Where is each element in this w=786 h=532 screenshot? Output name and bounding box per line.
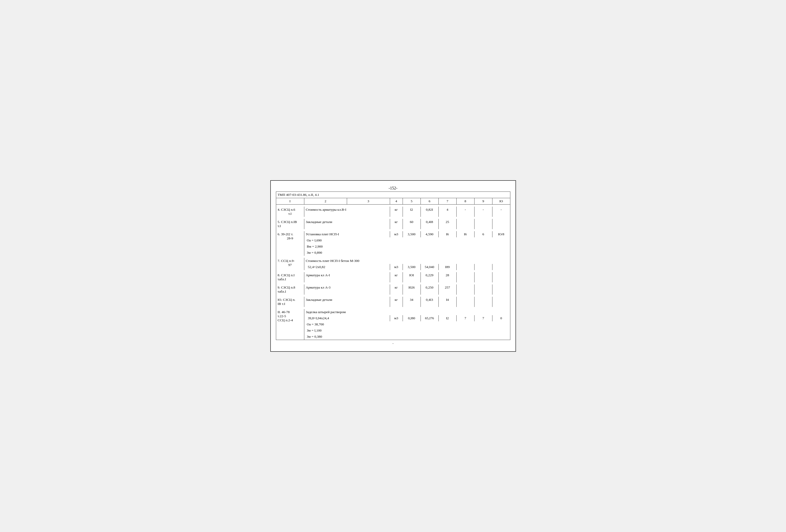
row9-col7: 257 bbox=[438, 284, 456, 295]
row5-col6: 0,4I8 bbox=[420, 219, 438, 229]
row8-col7: 28 bbox=[438, 272, 456, 282]
header-ref-text: ТМП 407-03-431.86, о.II, 4.1 bbox=[278, 193, 319, 196]
main-table: ТМП 407-03-431.86, о.II, 4.1 I 2 3 4 5 6… bbox=[276, 191, 510, 340]
row7-ref-line1: 7. ССЦ п.9- bbox=[278, 259, 302, 263]
row10-col8 bbox=[456, 297, 474, 307]
row4-ref-line1: 4. СЗСЦ п.6 bbox=[278, 208, 302, 212]
row4-col10: - bbox=[492, 207, 510, 217]
row8-ref-line1: 8. СЗСЦ п.I bbox=[278, 273, 302, 277]
row7-col9 bbox=[474, 264, 492, 270]
row10-col10 bbox=[492, 297, 510, 307]
row4-desc-text: Стоимость арматуры кл.В-I bbox=[306, 208, 347, 211]
row11-col9: 7 bbox=[474, 315, 492, 321]
row10-ref-line1: IO. СЗСЦ п. bbox=[278, 298, 302, 302]
row5-col10 bbox=[492, 219, 510, 229]
header-ref: ТМП 407-03-431.86, о.II, 4.1 bbox=[276, 192, 510, 198]
row8-col9 bbox=[474, 272, 492, 282]
row6-desc-text: Установка плит НСП-I bbox=[306, 232, 339, 236]
row5-ref-line2: т.I bbox=[278, 224, 302, 228]
row7-col10 bbox=[492, 264, 510, 270]
row7-col8 bbox=[456, 264, 474, 270]
row4-unit: кг bbox=[390, 207, 402, 217]
table-row: 4. СЗСЦ п.6 т.I Стоимость арматуры кл.В-… bbox=[276, 207, 510, 217]
row4-col6: 0,82I bbox=[420, 207, 438, 217]
col-header-9: 9 bbox=[474, 198, 492, 205]
page-container: -152- ТМП 407-03-431.86, о.II, 4.1 I 2 3… bbox=[270, 180, 516, 352]
row10-ref: IO. СЗСЦ п. IВ т.I bbox=[276, 297, 304, 307]
row11-sub3: Зм = 0,380 bbox=[304, 333, 510, 340]
row10-col9 bbox=[474, 297, 492, 307]
row11-ref-line3: ССЦ п.2-4 bbox=[278, 318, 302, 322]
col-header-3: 3 bbox=[347, 198, 390, 205]
page-dot: · bbox=[276, 342, 510, 346]
row9-col9 bbox=[474, 284, 492, 295]
row11-ref-line2: т.22-5 bbox=[278, 314, 302, 318]
row10-ref-line2: IВ т.I bbox=[278, 302, 302, 306]
row4-col7: 4 bbox=[438, 207, 456, 217]
row6-col10: IO/8 bbox=[492, 231, 510, 237]
row4-col9: - bbox=[474, 207, 492, 217]
table-row: 8. СЗСЦ п.I табл.I Арматура кл А-I кг IO… bbox=[276, 272, 510, 282]
row7-ref-line2: 97 bbox=[278, 263, 302, 267]
row7-sub: 52,4+2х0,82 bbox=[304, 264, 390, 270]
row9-desc: Арматура кл А-3 bbox=[304, 284, 390, 295]
row7-desc: Стоимость плит НСП-I бетон М-300 bbox=[304, 258, 510, 264]
col-header-10: IO bbox=[492, 198, 510, 205]
spacer-row bbox=[276, 217, 510, 219]
row10-col5: 34 bbox=[402, 297, 420, 307]
table-row: 6. 39-2I2 т. 28-9 Установка плит НСП-I м… bbox=[276, 231, 510, 237]
table-row: Оа = 38,700 bbox=[276, 321, 510, 327]
row8-col8 bbox=[456, 272, 474, 282]
row6-col6: 4,590 bbox=[420, 231, 438, 237]
row8-ref-line2: табл.I bbox=[278, 277, 302, 281]
row4-ref: 4. СЗСЦ п.6 т.I bbox=[276, 207, 304, 217]
row11-sub: 39,8+I,04х24,4 bbox=[304, 315, 390, 321]
table-row: 39,8+I,04х24,4 м3 0,I80 65,I76 I2 7 7 0 bbox=[276, 315, 510, 321]
row11-col7: I2 bbox=[438, 315, 456, 321]
spacer-row bbox=[276, 256, 510, 258]
row5-col5: 60 bbox=[402, 219, 420, 229]
row4-desc: Стоимость арматуры кл.В-I bbox=[304, 207, 390, 217]
row4-col8: - bbox=[456, 207, 474, 217]
row10-unit: кг bbox=[390, 297, 402, 307]
row11-sub1: Оа = 38,700 bbox=[304, 321, 510, 327]
table-row: Вм = 2,900 bbox=[276, 244, 510, 250]
spacer-row bbox=[276, 295, 510, 297]
row6-col8: I6 bbox=[456, 231, 474, 237]
row5-col7: 25 bbox=[438, 219, 456, 229]
page-number: -152- bbox=[276, 186, 510, 190]
table-row: II. 46-78 т.22-5 ССЦ п.2-4 Заделка штыре… bbox=[276, 309, 510, 315]
row11-col6: 65,I76 bbox=[420, 315, 438, 321]
col-header-7: 7 bbox=[438, 198, 456, 205]
row6-unit: м3 bbox=[390, 231, 402, 237]
row9-col5: I026 bbox=[402, 284, 420, 295]
row4-col5: I2 bbox=[402, 207, 420, 217]
row8-ref: 8. СЗСЦ п.I табл.I bbox=[276, 272, 304, 282]
row8-desc: Арматура кл А-I bbox=[304, 272, 390, 282]
row6-desc: Установка плит НСП-I bbox=[304, 231, 390, 237]
table-row: Зм = 0,380 bbox=[276, 333, 510, 340]
spacer-row bbox=[276, 282, 510, 284]
row6-col7: I6 bbox=[438, 231, 456, 237]
row9-ref-line2: табл.I bbox=[278, 290, 302, 294]
row8-col6: 0,229 bbox=[420, 272, 438, 282]
col-header-2: 2 bbox=[304, 198, 347, 205]
row7-desc-text: Стоимость плит НСП-I бетон М-300 bbox=[306, 259, 359, 263]
col-header-6: 6 bbox=[420, 198, 438, 205]
row4-ref-line2: т.I bbox=[278, 212, 302, 216]
row11-sub2: Зм = I,100 bbox=[304, 327, 510, 333]
row5-ref: 5. СЗСЦ п.IВ т.I bbox=[276, 219, 304, 229]
row9-ref-line1: 9. СЗСЦ п.8 bbox=[278, 285, 302, 290]
col-header-8: 8 bbox=[456, 198, 474, 205]
row9-col8 bbox=[456, 284, 474, 295]
row8-col5: IOI bbox=[402, 272, 420, 282]
table-row: IO. СЗСЦ п. IВ т.I Закладные детали кг 3… bbox=[276, 297, 510, 307]
row11-col8: 7 bbox=[456, 315, 474, 321]
row11-desc: Заделка штырей раствором bbox=[304, 309, 510, 315]
row7-unit: м3 bbox=[390, 264, 402, 270]
row5-unit: кг bbox=[390, 219, 402, 229]
row11-unit: м3 bbox=[390, 315, 402, 321]
table-row: Зм = 0,890 bbox=[276, 250, 510, 256]
column-headers: I 2 3 4 5 6 7 8 9 IO bbox=[276, 198, 510, 205]
row6-ref: 6. 39-2I2 т. 28-9 bbox=[276, 231, 304, 256]
